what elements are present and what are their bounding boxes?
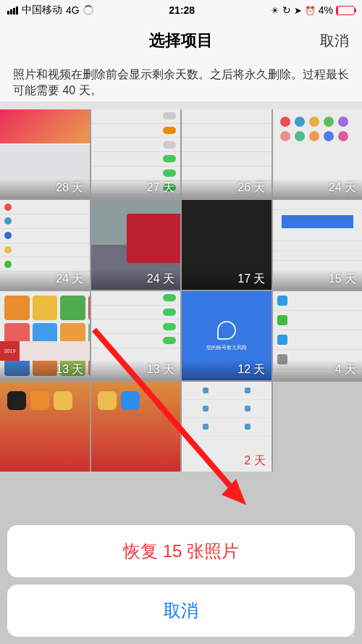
page-title: 选择项目 [149, 30, 213, 51]
nav-bar: 选择项目 取消 [0, 20, 362, 61]
watermark: Baidu Baidu 经验经验 [305, 627, 355, 640]
network: 4G [66, 4, 80, 16]
loading-icon [83, 5, 93, 15]
battery-percent: 4% [319, 4, 333, 16]
battery-icon [336, 6, 355, 15]
rotation-lock-icon [282, 4, 291, 16]
dnd-icon [271, 4, 279, 16]
sheet-cancel-button[interactable]: 取消 [7, 585, 355, 637]
location-icon [294, 4, 302, 16]
nav-cancel-button[interactable]: 取消 [320, 31, 349, 51]
action-sheet: 恢复 15 张照片 取消 [7, 525, 355, 637]
signal-icon [7, 7, 18, 14]
alarm-icon [305, 4, 316, 16]
clock: 21:28 [169, 4, 195, 16]
restore-photos-button[interactable]: 恢复 15 张照片 [7, 525, 355, 577]
status-bar: 中国移动 4G 21:28 4% [0, 0, 362, 20]
carrier: 中国移动 [22, 4, 62, 17]
